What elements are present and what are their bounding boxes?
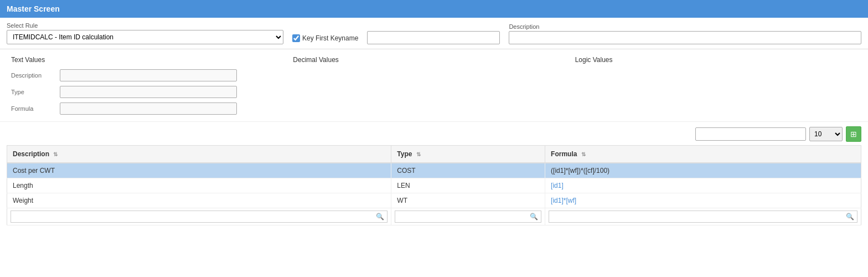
form-formula-label: Formula [11, 105, 55, 112]
table-row[interactable]: Cost per CWT COST ([id1]*[wf])*([cf]/100… [7, 163, 861, 178]
row2-formula-link[interactable]: [id1] [551, 182, 564, 189]
footer-desc-cell: 🔍 [7, 208, 391, 225]
sort-icon-formula: ⇅ [581, 151, 586, 157]
top-description-label: Description [509, 23, 861, 30]
row3-formula: [id1]*[wf] [545, 193, 861, 208]
row1-type: COST [391, 163, 545, 178]
footer-formula-search-icon: 🔍 [846, 213, 854, 220]
export-button[interactable]: ⊞ [846, 126, 861, 142]
footer-formula-wrap: 🔍 [549, 211, 857, 223]
per-page-select[interactable]: 10 25 50 100 [809, 127, 843, 141]
sort-icon-description: ⇅ [53, 151, 58, 157]
footer-type-search-icon: 🔍 [530, 213, 538, 220]
key-first-keyname-group: Key First Keyname [292, 34, 358, 44]
decimal-values-label: Decimal Values [293, 56, 575, 64]
row2-type: LEN [391, 178, 545, 193]
title-bar: Master Screen [0, 0, 868, 18]
col-header-type[interactable]: Type ⇅ [391, 146, 545, 163]
row1-description: Cost per CWT [7, 163, 391, 178]
row2-description: Length [7, 178, 391, 193]
row3-formula-link[interactable]: [id1]*[wf] [551, 197, 576, 204]
top-description-group: Description Item ID calculation [509, 23, 861, 44]
footer-type-search[interactable] [395, 211, 541, 223]
form-description-label: Description [11, 72, 55, 79]
select-rule-label: Select Rule [7, 22, 283, 29]
logic-values-label: Logic Values [575, 56, 857, 64]
footer-formula-cell: 🔍 [545, 208, 861, 225]
table-search-input[interactable] [695, 127, 806, 141]
form-type-row: Type COST [11, 86, 299, 98]
sort-icon-type: ⇅ [416, 151, 421, 157]
form-type-input[interactable]: COST [60, 86, 237, 98]
keyname-input[interactable]: ITEMIDCALC [367, 31, 500, 44]
bottom-section: 10 25 50 100 ⊞ Description ⇅ Type ⇅ Form… [0, 122, 868, 230]
table-body: Cost per CWT COST ([id1]*[wf])*([cf]/100… [7, 163, 861, 225]
table-row[interactable]: Weight WT [id1]*[wf] [7, 193, 861, 208]
table-controls: 10 25 50 100 ⊞ [7, 126, 861, 142]
col-header-formula[interactable]: Formula ⇅ [545, 146, 861, 163]
footer-formula-search[interactable] [549, 211, 857, 223]
footer-desc-wrap: 🔍 [11, 211, 388, 223]
table-row[interactable]: Length LEN [id1] [7, 178, 861, 193]
form-formula-input[interactable]: ([id1]*[wf])*([cf]/100) [60, 102, 237, 115]
keyname-group: ITEMIDCALC [367, 31, 500, 44]
form-formula-row: Formula ([id1]*[wf])*([cf]/100) [11, 102, 299, 115]
row2-formula: [id1] [545, 178, 861, 193]
export-icon: ⊞ [850, 130, 857, 138]
top-description-input[interactable]: Item ID calculation [509, 31, 861, 44]
top-section: Select Rule ITEMIDCALC - Item ID calcula… [0, 18, 868, 49]
footer-desc-search[interactable] [11, 211, 388, 223]
col-header-description[interactable]: Description ⇅ [7, 146, 391, 163]
footer-desc-search-icon: 🔍 [376, 213, 384, 220]
form-description-row: Description Cost per CWT [11, 69, 299, 81]
values-header: Text Values Decimal Values Logic Values [11, 56, 857, 64]
key-first-keyname-checkbox[interactable] [292, 34, 300, 42]
form-fields: Description Cost per CWT Type COST Formu… [11, 69, 299, 115]
data-table: Description ⇅ Type ⇅ Formula ⇅ Cost per … [7, 145, 861, 225]
text-values-label: Text Values [11, 56, 293, 64]
key-first-keyname-label: Key First Keyname [302, 34, 358, 42]
footer-type-cell: 🔍 [391, 208, 545, 225]
row1-formula: ([id1]*[wf])*([cf]/100) [545, 163, 861, 178]
table-footer-row: 🔍 🔍 🔍 [7, 208, 861, 225]
table-header: Description ⇅ Type ⇅ Formula ⇅ [7, 146, 861, 163]
form-description-input[interactable]: Cost per CWT [60, 69, 237, 81]
form-type-label: Type [11, 89, 55, 95]
select-rule-dropdown[interactable]: ITEMIDCALC - Item ID calculation [7, 30, 283, 44]
footer-type-wrap: 🔍 [395, 211, 541, 223]
middle-section: Text Values Decimal Values Logic Values … [0, 49, 868, 122]
row3-type: WT [391, 193, 545, 208]
app-title: Master Screen [7, 4, 60, 13]
select-rule-group: Select Rule ITEMIDCALC - Item ID calcula… [7, 22, 283, 44]
row3-description: Weight [7, 193, 391, 208]
